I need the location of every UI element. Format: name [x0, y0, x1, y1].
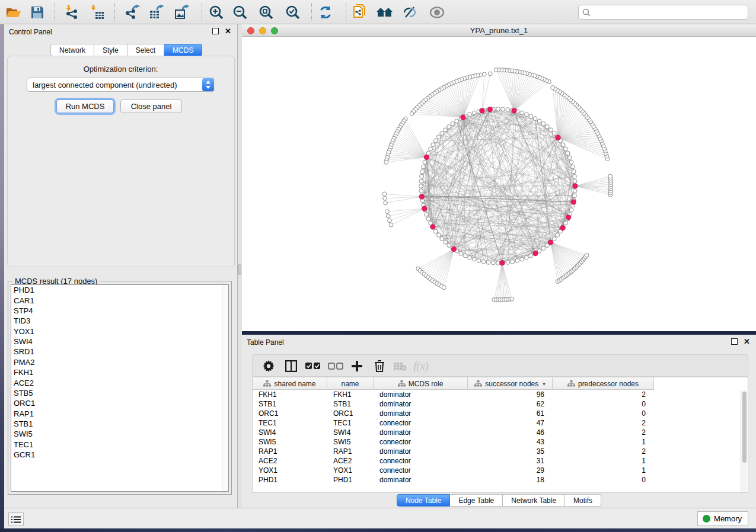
table-row[interactable]: SWI5SWI5connector431: [253, 437, 748, 447]
tab-mcds[interactable]: MCDS: [164, 44, 202, 56]
export-network-icon[interactable]: [122, 2, 142, 22]
list-item[interactable]: STB5: [11, 388, 228, 398]
column-header-predecessor-nodes[interactable]: predecessor nodes: [553, 377, 654, 390]
import-network-icon[interactable]: [62, 2, 82, 22]
open-file-icon[interactable]: [4, 2, 24, 22]
list-item[interactable]: ORC1: [11, 398, 228, 408]
table-cell: connector: [374, 418, 468, 428]
table-row[interactable]: FKH1FKH1dominator962: [253, 390, 748, 399]
table-cell: TEC1: [327, 418, 374, 428]
home-icon[interactable]: [375, 2, 395, 22]
table-row[interactable]: PHD1PHD1dominator180: [253, 475, 748, 485]
table-row[interactable]: TEC1TEC1connector472: [253, 418, 748, 428]
close-table-panel-icon[interactable]: ✕: [744, 338, 750, 345]
hide-selected-icon[interactable]: [400, 2, 420, 22]
table-cell: 43: [468, 437, 553, 447]
network-graph[interactable]: [242, 37, 756, 331]
network-window-titlebar[interactable]: YPA_prune.txt_1: [242, 24, 756, 37]
tab-network-table[interactable]: Network Table: [503, 494, 565, 507]
tab-edge-table[interactable]: Edge Table: [450, 494, 503, 507]
table-cell: PHD1: [327, 475, 374, 485]
result-list-scrollbar[interactable]: [222, 285, 228, 491]
delete-column-trash-icon[interactable]: [370, 357, 389, 376]
list-item[interactable]: SWI5: [11, 429, 228, 439]
deselect-all-rows-icon[interactable]: [326, 357, 345, 376]
refresh-icon[interactable]: [315, 2, 336, 22]
new-network-from-selection-icon[interactable]: [349, 2, 369, 22]
control-panel-title: Control Panel: [9, 28, 52, 36]
table-row[interactable]: ORC1ORC1dominator610: [253, 409, 748, 418]
table-header-row: shared namenameMCDS rolesuccessor nodes▾…: [253, 377, 654, 390]
table-cell: 1: [553, 437, 654, 447]
list-item[interactable]: TID3: [11, 316, 228, 326]
table-cell: ACE2: [327, 456, 374, 466]
select-all-rows-icon[interactable]: [304, 357, 323, 376]
table-row[interactable]: ACE2ACE2connector311: [253, 456, 748, 466]
float-table-panel-icon[interactable]: [731, 338, 738, 345]
tab-network[interactable]: Network: [50, 44, 94, 56]
list-item[interactable]: CAR1: [11, 295, 228, 305]
export-table-icon[interactable]: [145, 2, 165, 22]
table-cell: dominator: [374, 475, 468, 485]
vertical-splitter[interactable]: [238, 24, 242, 508]
column-header-MCDS-role[interactable]: MCDS role: [374, 377, 468, 390]
table-settings-gear-icon[interactable]: [259, 357, 278, 376]
zoom-fit-icon[interactable]: [256, 2, 276, 22]
save-session-icon[interactable]: [27, 2, 47, 22]
table-row[interactable]: RAP1RAP1dominator352: [253, 447, 748, 456]
list-item[interactable]: SWI4: [11, 336, 228, 347]
zoom-in-icon[interactable]: [206, 2, 227, 22]
table-row[interactable]: STB1STB1dominator620: [253, 399, 748, 409]
maximize-window-icon[interactable]: [271, 27, 278, 34]
column-header-successor-nodes[interactable]: successor nodes▾: [468, 377, 553, 390]
list-item[interactable]: PHD1: [11, 285, 228, 295]
create-column-icon[interactable]: [347, 357, 366, 376]
search-field[interactable]: [578, 5, 748, 20]
network-canvas[interactable]: [242, 37, 756, 331]
splitter-handle[interactable]: [238, 264, 241, 275]
table-cell: PHD1: [253, 475, 327, 485]
list-item[interactable]: ACE2: [11, 377, 228, 387]
table-row[interactable]: YOX1YOX1connector291: [253, 466, 748, 475]
list-item[interactable]: STP4: [11, 306, 228, 316]
list-item[interactable]: STB1: [11, 419, 228, 429]
minimize-window-icon[interactable]: [259, 27, 266, 34]
close-panel-button[interactable]: Close panel: [120, 100, 182, 113]
task-history-button[interactable]: [8, 512, 24, 526]
zoom-out-icon[interactable]: [230, 2, 250, 22]
mcds-result-groupbox: MCDS result (17 nodes) PHD1CAR1STP4TID3Y…: [8, 277, 232, 495]
column-header-shared-name[interactable]: shared name: [253, 377, 327, 390]
function-builder-icon: f(x): [412, 357, 430, 376]
tab-node-table[interactable]: Node Table: [397, 494, 451, 507]
column-header-name[interactable]: name: [327, 377, 374, 390]
search-input[interactable]: [591, 8, 748, 17]
show-column-panel-icon[interactable]: [282, 357, 301, 376]
table-cell: 31: [468, 456, 553, 466]
list-item[interactable]: FKH1: [11, 367, 228, 377]
table-scrollbar[interactable]: [741, 390, 747, 492]
import-table-icon[interactable]: [88, 2, 108, 22]
table-cell: 0: [553, 475, 654, 485]
tab-style[interactable]: Style: [94, 44, 127, 56]
list-item[interactable]: SRD1: [11, 347, 228, 357]
memory-button[interactable]: Memory: [697, 511, 748, 526]
list-item[interactable]: YOX1: [11, 326, 228, 336]
zoom-selected-icon[interactable]: [283, 2, 303, 22]
list-item[interactable]: TEC1: [11, 440, 228, 450]
close-window-icon[interactable]: [247, 27, 254, 34]
run-mcds-button[interactable]: Run MCDS: [56, 100, 114, 113]
mcds-result-list[interactable]: PHD1CAR1STP4TID3YOX1SWI4SRD1PMA2FKH1ACE2…: [11, 284, 229, 492]
show-all-icon[interactable]: [427, 2, 447, 22]
list-item[interactable]: PMA2: [11, 357, 228, 367]
criterion-dropdown[interactable]: largest connected component (undirected): [27, 78, 215, 92]
table-row[interactable]: SWI4SWI4dominator462: [253, 428, 748, 437]
close-panel-icon[interactable]: ✕: [225, 28, 231, 34]
tab-select[interactable]: Select: [127, 44, 164, 56]
memory-label: Memory: [714, 514, 742, 523]
list-item[interactable]: GCR1: [11, 450, 228, 460]
tab-motifs[interactable]: Motifs: [565, 494, 601, 507]
export-image-icon[interactable]: [171, 2, 191, 22]
list-item[interactable]: RAP1: [11, 409, 228, 419]
float-panel-icon[interactable]: [212, 28, 219, 34]
table-cell: connector: [374, 466, 468, 475]
